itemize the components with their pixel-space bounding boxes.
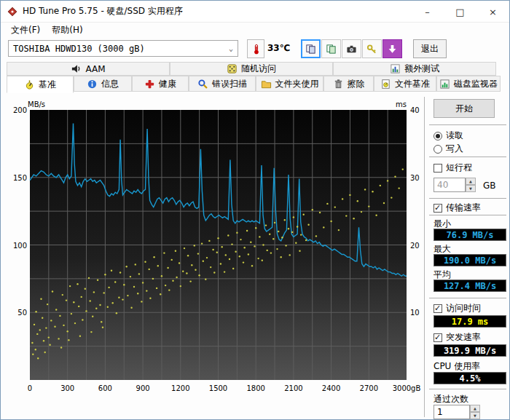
copy-to-clipboard-button[interactable] [301,39,321,58]
y-left-tick: 100 [13,242,27,250]
spinner-down-icon: ▼ [466,185,476,192]
chevron-down-icon: ⌄ [229,44,233,52]
tab-random-access[interactable]: 随机访问 [170,62,333,76]
tab-error-scan[interactable]: 错误扫描 [189,76,256,92]
transfer-rate-checkbox[interactable]: 传输速率 [434,202,481,213]
min-value: 76.9 MB/s [434,229,506,241]
separator [429,156,506,157]
magnifier-icon [197,79,208,90]
tab-label: 随机访问 [241,63,276,75]
thermometer-icon [251,44,262,55]
menu-file[interactable]: 文件(F) [5,23,46,38]
tab-label: 擦除 [348,78,365,90]
y-right-tick: 20 [410,242,420,250]
download-arrow-icon [387,44,398,55]
cpu-usage-label: CPU 使用率 [434,360,480,373]
x-tick: 1200 [171,384,189,392]
temperature-indicator [247,39,264,58]
read-radio[interactable]: 读取 [434,130,463,141]
read-radio-label: 读取 [446,130,463,142]
chart-icon [390,63,401,74]
tab-health[interactable]: 健康 [132,76,189,92]
screenshot-button[interactable] [342,39,361,58]
tab-file-benchmark[interactable]: 文件基准 [374,76,436,92]
tab-label: 健康 [159,78,176,90]
copy-image-button[interactable] [321,39,341,58]
y-left-tick: 200 [13,106,27,114]
tab-info[interactable]: 信息 [74,76,132,92]
minimize-button[interactable]: – [411,1,444,23]
check-update-button[interactable] [382,39,402,58]
pass-count-value: 1 [434,405,470,419]
transfer-rate-label: 传输速率 [446,202,481,214]
x-tick: 1500 [209,384,227,392]
tab-label: 磁盘监视器 [454,78,498,90]
tab-label: AAM [85,64,105,74]
capacity-spinner[interactable]: 40 ▲▼ [434,178,476,192]
tab-label: 文件夹使用 [275,78,319,90]
window-title: HD Tune Pro 5.75 - 硬盘/SSD 实用程序 [23,5,183,17]
cpu-usage-value: 4.5% [434,372,506,384]
exit-button[interactable]: 退出 [413,39,447,58]
separator [429,298,506,298]
menu-bar: 文件(F) 帮助(H) [1,23,509,38]
benchmark-panel: 开始 读取 写入 短行程 40 ▲▼ GB 传 [425,92,510,420]
short-stroke-label: 短行程 [446,162,472,174]
x-tick: 300 [60,384,74,392]
tab-benchmark[interactable]: 基准 [7,76,74,93]
copy-image-icon [326,44,337,55]
pass-count-spinner[interactable]: 1 ▲▼ [434,405,480,419]
maximize-button[interactable]: □ [444,1,476,23]
access-time-checkbox[interactable]: 访问时间 [434,303,481,314]
capacity-value: 40 [434,178,466,192]
x-tick: 0 [28,384,32,392]
checkbox-icon [434,164,442,173]
health-cross-icon [144,79,155,90]
access-time-value: 17.9 ms [434,315,506,328]
max-value: 190.0 MB/s [434,254,506,266]
spinner-arrows[interactable]: ▲▼ [466,178,476,192]
burst-rate-label: 突发速率 [446,331,481,344]
tab-extra-tests[interactable]: 额外测试 [333,62,496,76]
x-tick: 1800 [246,384,264,392]
gridlines [30,110,407,380]
camera-icon [346,44,357,55]
close-button[interactable]: × [476,1,509,23]
license-button[interactable] [362,39,382,58]
x-tick: 3000gB [393,384,421,392]
menu-help[interactable]: 帮助(H) [46,23,88,38]
tab-aam[interactable]: AAM [7,62,170,76]
pass-count-label: 通过次数 [434,393,468,405]
info-icon [87,79,98,90]
separator [429,215,506,215]
tab-erase[interactable]: 擦除 [323,76,374,92]
x-tick: 900 [136,384,150,392]
start-button[interactable]: 开始 [434,99,495,118]
checkbox-icon [434,333,442,342]
file-gauge-icon [380,79,391,90]
y-left-tick: 50 [17,309,27,317]
tab-disk-monitor[interactable]: 磁盘监视器 [436,76,501,92]
benchmark-content: MB/sms2001501005040302010030060090012001… [1,92,509,420]
spinner-arrows[interactable]: ▲▼ [470,405,480,419]
write-radio-label: 写入 [446,143,463,155]
separator [429,124,506,125]
radio-icon [434,145,442,154]
burst-rate-checkbox[interactable]: 突发速率 [434,332,481,343]
tab-folder-usage[interactable]: 文件夹使用 [256,76,323,92]
access-time-label: 访问时间 [446,302,481,314]
short-stroke-checkbox[interactable]: 短行程 [434,162,472,173]
tab-label: 文件基准 [395,78,430,90]
spinner-up-icon: ▲ [466,178,476,185]
app-icon [7,6,18,17]
drive-select-dropdown[interactable]: TOSHIBA HDWD130 (3000 gB) ⌄ [8,40,238,57]
tab-label: 基准 [39,79,56,91]
dice-icon [227,63,238,74]
y-left-axis-unit: MB/s [28,100,45,108]
y-left-tick: 150 [13,174,27,182]
x-tick: 600 [98,384,112,392]
app-window: HD Tune Pro 5.75 - 硬盘/SSD 实用程序 – □ × 文件(… [0,0,510,420]
toolbar: TOSHIBA HDWD130 (3000 gB) ⌄ 33℃ [1,38,509,60]
write-radio[interactable]: 写入 [434,143,463,154]
temperature-value: 33℃ [267,43,290,53]
